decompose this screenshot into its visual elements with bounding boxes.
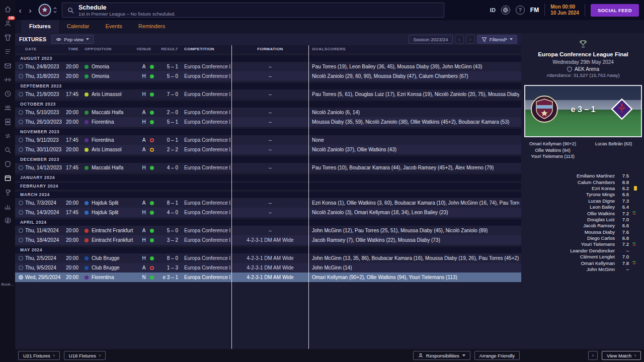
opposition-name[interactable]: Fiorentina: [92, 117, 139, 127]
player-rating-row[interactable]: Tyrone Mings6.6: [522, 192, 644, 198]
sidebar-book-label[interactable]: Book...: [0, 282, 15, 287]
opposition-name[interactable]: Eintracht Frankfurt: [92, 235, 139, 245]
tab-fixtures[interactable]: Fixtures: [21, 20, 59, 33]
player-rating-row[interactable]: Ezri Konsa6.2: [522, 185, 644, 191]
squad-icon[interactable]: [2, 102, 14, 114]
player-rating-row[interactable]: Jacob Ramsey6.6: [522, 223, 644, 229]
u18-fixtures-button[interactable]: U18 Fixtures ›: [64, 351, 106, 360]
column-header-result[interactable]: RESULT: [157, 45, 178, 53]
scouting-icon[interactable]: [2, 144, 14, 156]
game-datetime[interactable]: Mon 00:00 10 Jun 2024: [550, 4, 579, 17]
continue-button[interactable]: ›: [588, 351, 598, 360]
social-feed-button[interactable]: SOCIAL FEED: [591, 4, 639, 17]
opposition-name[interactable]: Fiorentina: [92, 273, 139, 282]
stats-icon[interactable]: [2, 200, 14, 212]
player-rating-row[interactable]: Leander Dendoncker–: [522, 247, 644, 253]
fixture-row[interactable]: Thu, 9/5/202420:00Club BruggeA1 – 3Europ…: [15, 263, 521, 273]
player-rating-row[interactable]: Youri Tielemans7.2: [522, 241, 644, 247]
view-match-button[interactable]: View Match ›: [602, 351, 641, 360]
fixture-result[interactable]: 2 – 0: [157, 108, 178, 117]
player-rating-row[interactable]: Moussa Diaby7.6: [522, 229, 644, 235]
column-divider[interactable]: [231, 45, 232, 349]
fixture-row[interactable]: Thu, 11/4/202420:00Eintracht FrankfurtA5…: [15, 226, 521, 235]
finances-icon[interactable]: [2, 214, 14, 226]
season-prev-button[interactable]: ‹: [455, 35, 464, 44]
fixture-result[interactable]: 5 – 0: [157, 226, 178, 235]
fixture-result[interactable]: 8 – 0: [157, 253, 178, 263]
opposition-name[interactable]: Omonia: [92, 71, 139, 81]
id-button[interactable]: ID: [490, 7, 496, 13]
fixture-result[interactable]: e 3 – 1: [157, 273, 178, 282]
arrange-friendly-button[interactable]: Arrange Friendly: [474, 351, 520, 360]
fixture-row[interactable]: Wed, 29/5/202420:00FiorentinaNe 3 – 1Eur…: [15, 273, 521, 282]
column-header-goalscorers[interactable]: GOALSCORERS: [312, 45, 519, 53]
player-rating-row[interactable]: Calum Chambers8.8: [522, 179, 644, 185]
news-icon[interactable]: [2, 45, 14, 57]
fixture-result[interactable]: 7 – 0: [157, 89, 178, 99]
view-dropdown[interactable]: Pep view: [51, 35, 94, 44]
player-rating-row[interactable]: Douglas Luiz7.0: [522, 216, 644, 222]
opposition-name[interactable]: Omonia: [92, 62, 139, 71]
filter-dropdown[interactable]: Filtered*: [477, 35, 517, 44]
tactics-icon[interactable]: [2, 116, 14, 128]
column-header-competition[interactable]: COMPETITION: [184, 45, 230, 53]
fixture-result[interactable]: 3 – 2: [157, 235, 178, 245]
fixture-row[interactable]: Thu, 5/10/202320:00Maccabi HaifaA2 – 0Eu…: [15, 108, 521, 117]
player-rating-row[interactable]: Diego Carlos6.8: [522, 235, 644, 241]
fixture-row[interactable]: Thu, 26/10/202320:00FiorentinaH5 – 1Euro…: [15, 117, 521, 127]
fixture-result[interactable]: 4 – 0: [157, 163, 178, 172]
help-icon[interactable]: ?: [516, 6, 525, 15]
opposition-name[interactable]: Aris Limassol: [92, 89, 139, 99]
fixture-result[interactable]: 5 – 1: [157, 62, 178, 71]
column-header-formation[interactable]: FORMATION: [233, 45, 307, 53]
fixture-row[interactable]: Thu, 9/11/202317:45FiorentinaA0 – 1Europ…: [15, 135, 521, 145]
home-icon[interactable]: [2, 3, 14, 15]
column-header-venue[interactable]: VENUE: [136, 45, 152, 53]
fixture-row[interactable]: Thu, 14/3/202417:45Hajduk SplitH4 – 0Eur…: [15, 208, 521, 217]
opposition-name[interactable]: Hajduk Split: [92, 198, 139, 208]
fixture-result[interactable]: 5 – 1: [157, 117, 178, 127]
fixture-result[interactable]: 4 – 0: [157, 208, 178, 217]
fixture-row[interactable]: Thu, 2/5/202420:00Club BruggeH8 – 0Europ…: [15, 253, 521, 263]
fixture-row[interactable]: Thu, 24/8/202320:00OmoniaA5 – 1Europa Co…: [15, 62, 521, 71]
final-venue[interactable]: AEK Arena: [522, 66, 644, 72]
tab-reminders[interactable]: Reminders: [130, 20, 173, 33]
player-rating-row[interactable]: John McGinn–: [522, 266, 644, 272]
training-icon[interactable]: [2, 73, 14, 85]
opposition-name[interactable]: Club Brugge: [92, 263, 139, 273]
fixture-result[interactable]: 5 – 0: [157, 71, 178, 81]
kit-icon[interactable]: [2, 31, 14, 43]
column-divider[interactable]: [308, 45, 309, 349]
back-button[interactable]: ‹: [15, 6, 25, 15]
club-switcher[interactable]: [53, 7, 57, 13]
fixture-result[interactable]: 2 – 2: [157, 145, 178, 154]
player-rating-row[interactable]: Ollie Watkins7.2: [522, 210, 644, 216]
match-score-panel[interactable]: e 3 – 1: [524, 85, 642, 137]
page-title-box[interactable]: Schedule 1st in Premier League – No fixt…: [62, 3, 444, 18]
column-header-time[interactable]: TIME: [63, 45, 78, 53]
competitions-icon[interactable]: [2, 186, 14, 198]
profile-icon[interactable]: 150: [2, 17, 14, 29]
tab-calendar[interactable]: Calendar: [59, 20, 98, 33]
opposition-name[interactable]: Maccabi Haifa: [92, 108, 139, 117]
fixture-row[interactable]: Thu, 21/9/202317:45Aris LimassolH7 – 0Eu…: [15, 89, 521, 99]
tab-events[interactable]: Events: [97, 20, 130, 33]
fixture-result[interactable]: 0 – 1: [157, 135, 178, 145]
opposition-name[interactable]: Club Brugge: [92, 253, 139, 263]
responsibilities-dropdown[interactable]: Responsibilities: [413, 351, 470, 360]
opposition-name[interactable]: Fiorentina: [92, 135, 139, 145]
club-icon[interactable]: [2, 158, 14, 170]
player-rating-row[interactable]: Lucas Digne7.3: [522, 198, 644, 204]
fixture-row[interactable]: Thu, 18/4/202420:00Eintracht FrankfurtH3…: [15, 235, 521, 245]
fixtures-icon[interactable]: [2, 172, 14, 184]
column-header-opposition[interactable]: OPPOSITION: [85, 45, 135, 53]
schedule-icon[interactable]: [2, 87, 14, 100]
player-rating-row[interactable]: Leon Bailey6.4: [522, 204, 644, 210]
opposition-name[interactable]: Maccabi Haifa: [92, 163, 139, 172]
player-rating-row[interactable]: Clément Lenglet7.0: [522, 254, 644, 260]
forward-button[interactable]: ›: [25, 6, 35, 15]
fixture-row[interactable]: Thu, 31/8/202320:00OmoniaH5 – 0Europa Co…: [15, 71, 521, 81]
fixture-row[interactable]: Thu, 14/12/202317:45Maccabi HaifaH4 – 0E…: [15, 163, 521, 172]
world-icon[interactable]: [501, 6, 510, 15]
opposition-name[interactable]: Hajduk Split: [92, 208, 139, 217]
